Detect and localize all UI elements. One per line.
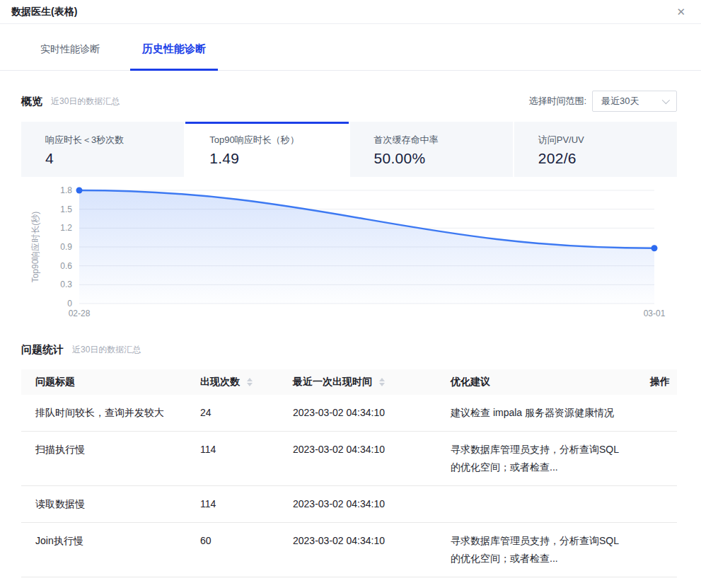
overview-subtitle: 近30日的数据汇总: [51, 96, 120, 108]
col-occurrences[interactable]: 出现次数: [200, 369, 293, 395]
last-seen-cell: 2023-03-02 04:34:10: [293, 486, 436, 523]
issues-title: 问题统计: [21, 343, 64, 357]
issue-title-cell: Join执行慢: [21, 523, 200, 577]
last-seen-cell: 2023-03-02 04:34:10: [293, 395, 436, 432]
stat-cards: 响应时长＜3秒次数 4 Top90响应时长（秒） 1.49 首次缓存命中率 50…: [21, 122, 677, 177]
sort-asc-icon[interactable]: [247, 378, 253, 381]
svg-text:03-01: 03-01: [644, 309, 666, 318]
time-range-value: 最近30天: [601, 95, 639, 108]
svg-text:0.6: 0.6: [60, 261, 72, 271]
svg-text:0.9: 0.9: [60, 242, 72, 252]
issue-title-cell: 排队时间较长，查询并发较大: [21, 395, 200, 432]
table-row: Join执行慢 60 2023-03-02 04:34:10 寻求数据库管理员支…: [21, 523, 677, 577]
col-suggestion: 优化建议: [436, 369, 627, 395]
table-header-row: 问题标题 出现次数 最近一次出现时间 优化建议 操作: [21, 369, 677, 395]
trend-chart: 00.30.60.91.21.51.8Top90响应时长(秒)02-2803-0…: [21, 177, 677, 325]
issues-subtitle: 近30日的数据汇总: [72, 344, 141, 356]
trend-chart-container: 00.30.60.91.21.51.8Top90响应时长(秒)02-2803-0…: [21, 177, 677, 325]
suggestion-cell: [436, 486, 627, 523]
page-title: 数据医生(表格): [11, 6, 77, 18]
sort-icons[interactable]: [379, 378, 385, 386]
stat-card-value: 1.49: [209, 150, 348, 167]
svg-text:Top90响应时长(秒): Top90响应时长(秒): [30, 212, 40, 283]
col-label: 问题标题: [35, 376, 75, 387]
col-last-occurred[interactable]: 最近一次出现时间: [293, 369, 436, 395]
close-icon[interactable]: ✕: [673, 5, 688, 18]
svg-text:1.5: 1.5: [60, 204, 72, 214]
suggestion-cell: 寻求数据库管理员支持，分析查询SQL的优化空间；或者检查...: [436, 523, 627, 577]
last-seen-cell: 2023-03-02 04:34:10: [293, 432, 436, 486]
suggestion-cell: 建议检查 impala 服务器资源健康情况: [436, 395, 627, 432]
issues-table: 问题标题 出现次数 最近一次出现时间 优化建议 操作 排队时间较长，查询并发较大…: [21, 369, 677, 577]
modal-titlebar: 数据医生(表格) ✕: [0, 0, 701, 24]
count-cell: 114: [200, 486, 293, 523]
actions-cell: [627, 486, 677, 523]
count-cell: 60: [200, 523, 293, 577]
stat-card-label: Top90响应时长（秒）: [209, 134, 348, 146]
chevron-down-icon: [662, 96, 670, 104]
col-label: 最近一次出现时间: [293, 376, 372, 387]
time-range-label: 选择时间范围:: [528, 95, 586, 108]
stat-card-cache-hit-rate[interactable]: 首次缓存命中率 50.00%: [350, 122, 513, 177]
svg-text:02-28: 02-28: [69, 309, 91, 318]
table-row: 排队时间较长，查询并发较大 24 2023-03-02 04:34:10 建议检…: [21, 395, 677, 432]
count-cell: 24: [200, 395, 293, 432]
actions-cell: [627, 432, 677, 486]
stat-card-pv-uv[interactable]: 访问PV/UV 202/6: [514, 122, 677, 177]
stat-card-label: 首次缓存命中率: [374, 134, 513, 146]
sort-icons[interactable]: [247, 378, 253, 386]
actions-cell: [627, 523, 677, 577]
time-range-select[interactable]: 最近30天: [592, 91, 677, 112]
stat-card-response-lt3s[interactable]: 响应时长＜3秒次数 4: [21, 122, 184, 177]
stat-card-value: 50.00%: [374, 150, 513, 167]
overview-title: 概览: [21, 95, 42, 108]
col-label: 出现次数: [200, 376, 240, 387]
table-row: 读取数据慢 114 2023-03-02 04:34:10: [21, 486, 677, 523]
tab-bar: 实时性能诊断 历史性能诊断: [0, 24, 701, 71]
col-actions: 操作: [627, 369, 677, 395]
content-area: 概览 近30日的数据汇总 选择时间范围: 最近30天 响应时长＜3秒次数 4 T…: [0, 91, 701, 577]
overview-header: 概览 近30日的数据汇总 选择时间范围: 最近30天: [21, 91, 677, 112]
sort-desc-icon[interactable]: [379, 383, 385, 386]
stat-card-value: 4: [45, 150, 184, 167]
svg-text:1.8: 1.8: [60, 185, 72, 195]
stat-card-label: 响应时长＜3秒次数: [45, 134, 184, 146]
issues-header: 问题统计 近30日的数据汇总: [21, 343, 677, 357]
col-label: 操作: [650, 376, 670, 387]
count-cell: 114: [200, 432, 293, 486]
col-issue-title: 问题标题: [21, 369, 200, 395]
stat-card-top90-response[interactable]: Top90响应时长（秒） 1.49: [185, 122, 348, 177]
col-label: 优化建议: [451, 376, 490, 387]
suggestion-cell: 寻求数据库管理员支持，分析查询SQL的优化空间；或者检查...: [436, 432, 627, 486]
sort-asc-icon[interactable]: [379, 378, 385, 381]
tab-history-diagnosis[interactable]: 历史性能诊断: [130, 42, 218, 70]
sort-desc-icon[interactable]: [247, 383, 253, 386]
stat-card-value: 202/6: [538, 150, 677, 167]
table-row: 扫描执行慢 114 2023-03-02 04:34:10 寻求数据库管理员支持…: [21, 432, 677, 486]
svg-text:0.3: 0.3: [60, 279, 72, 289]
issue-title-cell: 读取数据慢: [21, 486, 200, 523]
stat-card-label: 访问PV/UV: [538, 134, 677, 146]
actions-cell: [627, 395, 677, 432]
issue-title-cell: 扫描执行慢: [21, 432, 200, 486]
svg-text:0: 0: [67, 299, 72, 309]
svg-text:1.2: 1.2: [60, 223, 72, 233]
last-seen-cell: 2023-03-02 04:34:10: [293, 523, 436, 577]
tab-realtime-diagnosis[interactable]: 实时性能诊断: [28, 43, 112, 70]
